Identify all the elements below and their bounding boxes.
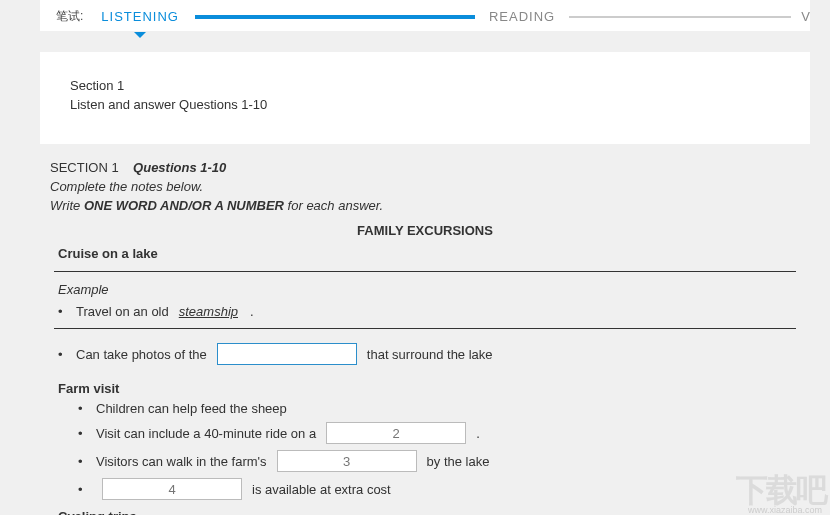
farm-row-1: • Children can help feed the sheep (50, 398, 800, 419)
tab-edge: V (801, 9, 810, 24)
section-number: SECTION 1 (50, 160, 119, 175)
tabs-bar: 笔试: LISTENING READING V (40, 0, 810, 32)
notes-title: FAMILY EXCURSIONS (50, 223, 800, 238)
bullet-icon: • (78, 401, 96, 416)
q1-post: that surround the lake (367, 347, 493, 362)
instr2-pre: Write (50, 198, 84, 213)
tab-reading[interactable]: READING (489, 9, 555, 24)
instruction-1: Complete the notes below. (50, 179, 800, 194)
q3-post: by the lake (427, 454, 490, 469)
example-answer: steamship (173, 304, 244, 319)
reading-progress-bar (569, 16, 791, 18)
bullet-icon: • (58, 347, 76, 362)
divider-1 (54, 271, 796, 272)
q1-input[interactable] (217, 343, 357, 365)
q2-row: • Visit can include a 40-minute ride on … (50, 419, 800, 447)
bullet-icon: • (78, 454, 96, 469)
q3-row: • Visitors can walk in the farm's by the… (50, 447, 800, 475)
q3-pre: Visitors can walk in the farm's (96, 454, 267, 469)
bullet-icon: • (78, 482, 96, 497)
tabs-prefix-label: 笔试: (56, 8, 83, 25)
cycling-heading: Cycling trips (50, 503, 800, 515)
bullet-icon: • (58, 304, 76, 319)
q2-input[interactable] (326, 422, 466, 444)
section-panel: Section 1 Listen and answer Questions 1-… (40, 52, 810, 144)
q4-row: • is available at extra cost (50, 475, 800, 503)
section-subtitle: Listen and answer Questions 1-10 (70, 97, 780, 112)
farm-heading: Farm visit (50, 375, 800, 398)
example-post: . (250, 304, 254, 319)
q2-pre: Visit can include a 40-minute ride on a (96, 426, 316, 441)
section-title: Section 1 (70, 78, 780, 93)
cruise-heading: Cruise on a lake (50, 242, 800, 271)
tab-listening[interactable]: LISTENING (101, 9, 179, 24)
example-label: Example (50, 276, 800, 301)
question-range: Questions 1-10 (133, 160, 226, 175)
question-header: SECTION 1 Questions 1-10 (50, 160, 800, 175)
bullet-icon: • (78, 426, 96, 441)
question-area: SECTION 1 Questions 1-10 Complete the no… (40, 160, 810, 515)
instr2-post: for each answer. (284, 198, 383, 213)
instruction-2: Write ONE WORD AND/OR A NUMBER for each … (50, 198, 800, 213)
q1-row: • Can take photos of the that surround t… (50, 333, 800, 375)
farm-row-1-text: Children can help feed the sheep (96, 401, 287, 416)
q4-input[interactable] (102, 478, 242, 500)
q4-post: is available at extra cost (252, 482, 391, 497)
q2-post: . (476, 426, 480, 441)
q3-input[interactable] (277, 450, 417, 472)
divider-2 (54, 328, 796, 329)
example-pre: Travel on an old (76, 304, 169, 319)
instr2-bold: ONE WORD AND/OR A NUMBER (84, 198, 284, 213)
example-row: • Travel on an old steamship. (50, 301, 800, 322)
q1-pre: Can take photos of the (76, 347, 207, 362)
listening-progress-bar (195, 15, 475, 19)
